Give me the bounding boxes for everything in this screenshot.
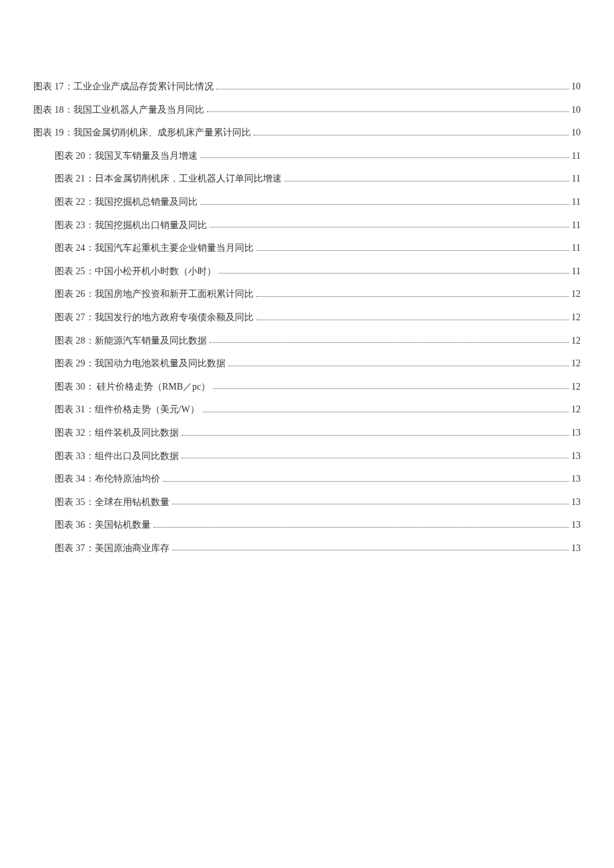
toc-entry[interactable]: 图表 21：日本金属切削机床，工业机器人订单同比增速11 xyxy=(33,172,581,185)
toc-leader-dots xyxy=(172,504,569,504)
toc-entry-page: 13 xyxy=(571,496,581,509)
toc-leader-dots xyxy=(219,273,569,274)
toc-entry-label: 图表 18：我国工业机器人产量及当月同比 xyxy=(33,103,204,117)
toc-leader-dots xyxy=(210,342,569,343)
toc-leader-dots xyxy=(154,527,569,528)
toc-entry[interactable]: 图表 28：新能源汽车销量及同比数据12 xyxy=(33,334,581,348)
toc-entry[interactable]: 图表 18：我国工业机器人产量及当月同比10 xyxy=(33,103,581,117)
toc-leader-dots xyxy=(228,366,569,366)
toc-entry-label: 图表 27：我国发行的地方政府专项债余额及同比 xyxy=(55,311,254,324)
toc-entry[interactable]: 图表 22：我国挖掘机总销量及同比11 xyxy=(33,195,581,209)
toc-entry[interactable]: 图表 24：我国汽车起重机主要企业销量当月同比11 xyxy=(33,242,581,255)
toc-entry-page: 11 xyxy=(572,242,581,255)
toc-leader-dots xyxy=(202,412,569,412)
toc-entry-page: 10 xyxy=(571,103,581,117)
toc-entry-label: 图表 24：我国汽车起重机主要企业销量当月同比 xyxy=(55,242,254,255)
toc-entry[interactable]: 图表 29：我国动力电池装机量及同比数据12 xyxy=(33,357,581,370)
toc-entry-page: 12 xyxy=(571,288,581,301)
toc-entry-label: 图表 34：布伦特原油均价 xyxy=(55,472,160,486)
toc-entry-label: 图表 25：中国小松开机小时数（小时） xyxy=(55,265,216,278)
toc-entry-label: 图表 37：美国原油商业库存 xyxy=(55,542,170,555)
toc-entry-label: 图表 20：我国叉车销量及当月增速 xyxy=(55,149,198,163)
toc-entry-label: 图表 31：组件价格走势（美元/W） xyxy=(55,403,200,416)
toc-entry[interactable]: 图表 37：美国原油商业库存13 xyxy=(33,542,581,555)
toc-entry[interactable]: 图表 34：布伦特原油均价13 xyxy=(33,472,581,486)
table-of-contents: 图表 17：工业企业产成品存货累计同比情况10图表 18：我国工业机器人产量及当… xyxy=(33,80,581,554)
toc-entry-page: 11 xyxy=(572,172,581,185)
toc-leader-dots xyxy=(163,481,569,482)
toc-leader-dots xyxy=(172,550,569,550)
toc-entry[interactable]: 图表 25：中国小松开机小时数（小时）11 xyxy=(33,265,581,278)
toc-entry-page: 10 xyxy=(571,80,581,93)
toc-entry-page: 13 xyxy=(571,542,581,555)
toc-entry-label: 图表 33：组件出口及同比数据 xyxy=(55,450,179,463)
toc-entry-label: 图表 29：我国动力电池装机量及同比数据 xyxy=(55,357,226,370)
toc-entry-label: 图表 30： 硅片价格走势（RMB／pc） xyxy=(55,380,210,394)
toc-entry-page: 13 xyxy=(571,450,581,463)
toc-leader-dots xyxy=(213,388,569,389)
toc-entry-page: 11 xyxy=(572,219,581,232)
toc-leader-dots xyxy=(207,111,569,112)
toc-entry[interactable]: 图表 31：组件价格走势（美元/W）12 xyxy=(33,403,581,416)
toc-entry-label: 图表 23：我国挖掘机出口销量及同比 xyxy=(55,219,207,232)
toc-entry-label: 图表 32：组件装机及同比数据 xyxy=(55,426,179,440)
toc-leader-dots xyxy=(256,320,569,320)
toc-leader-dots xyxy=(200,157,569,158)
toc-entry[interactable]: 图表 17：工业企业产成品存货累计同比情况10 xyxy=(33,80,581,93)
toc-entry-label: 图表 19：我国金属切削机床、成形机床产量累计同比 xyxy=(33,126,251,139)
toc-leader-dots xyxy=(256,250,569,251)
toc-entry-page: 12 xyxy=(571,380,581,394)
toc-entry-page: 12 xyxy=(571,403,581,416)
toc-entry[interactable]: 图表 32：组件装机及同比数据13 xyxy=(33,426,581,440)
toc-entry-page: 12 xyxy=(571,311,581,324)
toc-entry-label: 图表 26：我国房地产投资和新开工面积累计同比 xyxy=(55,288,254,301)
toc-leader-dots xyxy=(182,435,569,436)
toc-entry-page: 11 xyxy=(572,265,581,278)
toc-entry[interactable]: 图表 35：全球在用钻机数量13 xyxy=(33,496,581,509)
toc-entry-label: 图表 36：美国钻机数量 xyxy=(55,518,151,532)
toc-leader-dots xyxy=(256,296,569,297)
toc-entry-label: 图表 28：新能源汽车销量及同比数据 xyxy=(55,334,207,348)
toc-entry-page: 12 xyxy=(571,357,581,370)
toc-entry-page: 13 xyxy=(571,472,581,486)
toc-entry[interactable]: 图表 26：我国房地产投资和新开工面积累计同比12 xyxy=(33,288,581,301)
toc-entry-label: 图表 35：全球在用钻机数量 xyxy=(55,496,170,509)
toc-leader-dots xyxy=(284,181,569,181)
toc-entry-page: 11 xyxy=(572,149,581,163)
toc-entry[interactable]: 图表 36：美国钻机数量13 xyxy=(33,518,581,532)
toc-leader-dots xyxy=(216,89,569,89)
toc-entry-page: 10 xyxy=(571,126,581,139)
toc-leader-dots xyxy=(200,204,569,205)
toc-entry[interactable]: 图表 23：我国挖掘机出口销量及同比11 xyxy=(33,219,581,232)
toc-entry-page: 12 xyxy=(571,334,581,348)
toc-entry-page: 11 xyxy=(572,195,581,209)
toc-entry-label: 图表 17：工业企业产成品存货累计同比情况 xyxy=(33,80,214,93)
toc-leader-dots xyxy=(254,135,569,135)
toc-entry-label: 图表 22：我国挖掘机总销量及同比 xyxy=(55,195,198,209)
toc-entry[interactable]: 图表 19：我国金属切削机床、成形机床产量累计同比10 xyxy=(33,126,581,139)
toc-entry-page: 13 xyxy=(571,518,581,532)
toc-leader-dots xyxy=(182,458,569,458)
toc-entry[interactable]: 图表 33：组件出口及同比数据13 xyxy=(33,450,581,463)
toc-entry-label: 图表 21：日本金属切削机床，工业机器人订单同比增速 xyxy=(55,172,282,185)
toc-entry[interactable]: 图表 30： 硅片价格走势（RMB／pc）12 xyxy=(33,380,581,394)
toc-leader-dots xyxy=(210,227,569,228)
toc-entry-page: 13 xyxy=(571,426,581,440)
toc-entry[interactable]: 图表 20：我国叉车销量及当月增速11 xyxy=(33,149,581,163)
toc-entry[interactable]: 图表 27：我国发行的地方政府专项债余额及同比12 xyxy=(33,311,581,324)
